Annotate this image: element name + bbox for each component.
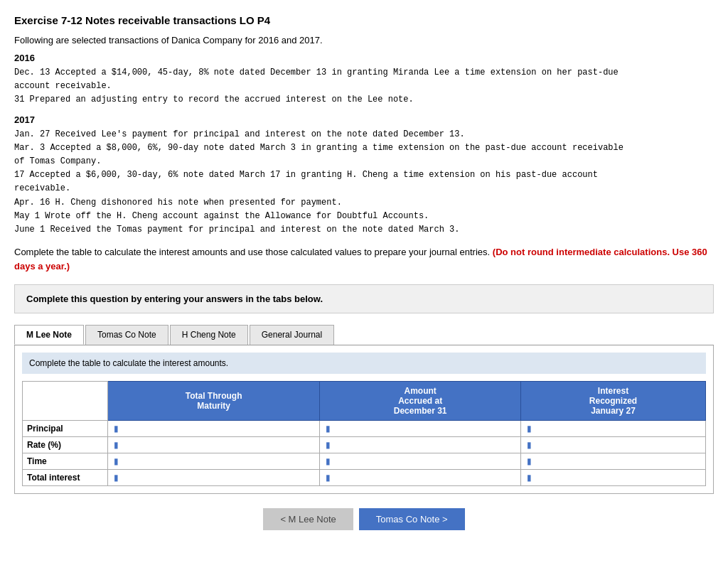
input-cell-2-0[interactable]: ▮ bbox=[108, 453, 320, 470]
instruction-main: Complete the table to calculate the inte… bbox=[14, 247, 490, 257]
tab-content: Complete the table to calculate the inte… bbox=[14, 345, 714, 494]
input-marker: ▮ bbox=[114, 456, 119, 466]
intro-text: Following are selected transactions of D… bbox=[14, 35, 714, 45]
input-cell-2-1[interactable]: ▮ bbox=[320, 453, 521, 470]
input-cell-1-0[interactable]: ▮ bbox=[108, 437, 320, 453]
input-cell-0-0[interactable]: ▮ bbox=[108, 421, 320, 437]
row-label-2: Time bbox=[23, 453, 108, 470]
year-2016-header: 2016 bbox=[14, 53, 714, 63]
input-marker: ▮ bbox=[527, 456, 532, 466]
tabs-container: M Lee NoteTomas Co NoteH Cheng NoteGener… bbox=[14, 325, 714, 345]
sub-instruction: Complete the table to calculate the inte… bbox=[22, 353, 706, 374]
prev-button[interactable]: < M Lee Note bbox=[263, 508, 353, 530]
input-marker: ▮ bbox=[326, 473, 331, 483]
input-cell-3-2[interactable]: ▮ bbox=[521, 470, 706, 486]
col-header-3: Interest Recognized January 27 bbox=[521, 382, 706, 421]
tab-general-journal[interactable]: General Journal bbox=[250, 325, 334, 345]
input-cell-0-1[interactable]: ▮ bbox=[320, 421, 521, 437]
tab-tomas-co-note[interactable]: Tomas Co Note bbox=[85, 325, 168, 345]
input-cell-1-1[interactable]: ▮ bbox=[320, 437, 521, 453]
nav-buttons: < M Lee Note Tomas Co Note > bbox=[14, 508, 714, 530]
tab-m-lee-note[interactable]: M Lee Note bbox=[14, 325, 84, 345]
col-header-1: Total Through Maturity bbox=[108, 382, 320, 421]
interest-table: Total Through MaturityAmount Accrued at … bbox=[22, 381, 706, 486]
input-marker: ▮ bbox=[527, 424, 532, 434]
row-label-0: Principal bbox=[23, 421, 108, 437]
table-row: Principal▮▮▮ bbox=[23, 421, 706, 437]
input-cell-0-2[interactable]: ▮ bbox=[521, 421, 706, 437]
input-cell-3-1[interactable]: ▮ bbox=[320, 470, 521, 486]
row-label-3: Total interest bbox=[23, 470, 108, 486]
table-row: Rate (%)▮▮▮ bbox=[23, 437, 706, 453]
col-header-2: Amount Accrued at December 31 bbox=[320, 382, 521, 421]
tab-h-cheng-note[interactable]: H Cheng Note bbox=[170, 325, 248, 345]
input-marker: ▮ bbox=[114, 424, 119, 434]
input-marker: ▮ bbox=[114, 440, 119, 450]
table-row: Time▮▮▮ bbox=[23, 453, 706, 470]
input-cell-3-0[interactable]: ▮ bbox=[108, 470, 320, 486]
row-label-1: Rate (%) bbox=[23, 437, 108, 453]
input-cell-1-2[interactable]: ▮ bbox=[521, 437, 706, 453]
input-marker: ▮ bbox=[527, 440, 532, 450]
input-marker: ▮ bbox=[114, 473, 119, 483]
year-2017-header: 2017 bbox=[14, 114, 714, 125]
table-row: Total interest▮▮▮ bbox=[23, 470, 706, 486]
year-2017-transactions: Jan. 27 Received Lee's payment for princ… bbox=[14, 128, 714, 237]
input-marker: ▮ bbox=[326, 424, 331, 434]
col-header-0 bbox=[23, 382, 108, 421]
next-button[interactable]: Tomas Co Note > bbox=[359, 508, 465, 530]
input-marker: ▮ bbox=[326, 440, 331, 450]
page-title: Exercise 7-12 Notes receivable transacti… bbox=[14, 14, 714, 26]
instruction-text: Complete the table to calculate the inte… bbox=[14, 245, 714, 273]
question-box: Complete this question by entering your … bbox=[14, 284, 714, 313]
year-2016-transactions: Dec. 13 Accepted a $14,000, 45-day, 8% n… bbox=[14, 66, 714, 107]
input-cell-2-2[interactable]: ▮ bbox=[521, 453, 706, 470]
input-marker: ▮ bbox=[527, 473, 532, 483]
input-marker: ▮ bbox=[326, 456, 331, 466]
